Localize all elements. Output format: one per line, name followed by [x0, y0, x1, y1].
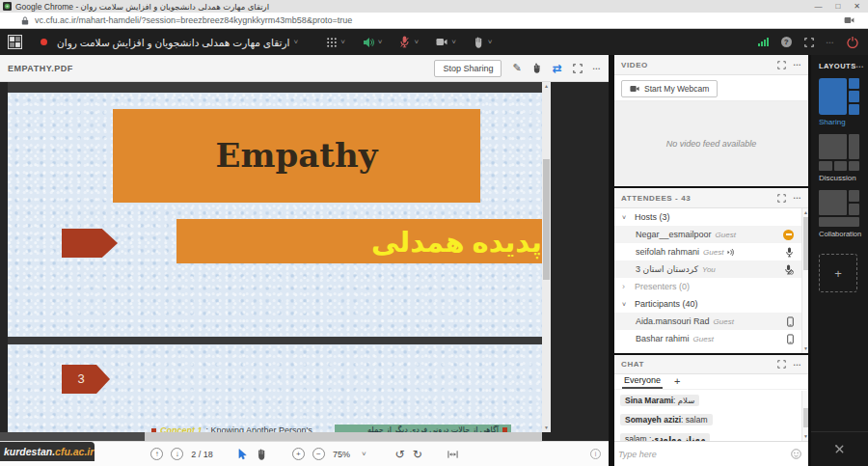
layout-discussion-thumbnail[interactable]: [819, 134, 859, 171]
layouts-menu-icon[interactable]: •••: [856, 64, 864, 69]
collapse-icon[interactable]: ˅: [622, 301, 629, 308]
camera-permission-icon[interactable]: [844, 16, 854, 24]
attendees-scrollbar[interactable]: ▲ ▼: [801, 208, 808, 353]
group-label: Participants (40): [635, 299, 698, 309]
tools-icon[interactable]: [833, 443, 846, 455]
start-webcam-button[interactable]: Start My Webcam: [621, 80, 718, 97]
group-label: Presenters (0): [635, 282, 690, 291]
exit-meeting-button[interactable]: [847, 37, 858, 48]
add-chat-tab-button[interactable]: +: [674, 376, 680, 389]
horizontal-scroll-thumb[interactable]: [0, 432, 145, 441]
speaker-chevron-icon[interactable]: ˅: [378, 39, 383, 46]
microphone-chevron-icon[interactable]: ˅: [414, 39, 419, 46]
chat-scroll-thumb[interactable]: [803, 408, 808, 427]
video-pod-menu-icon[interactable]: •••: [794, 62, 801, 68]
layouts-panel: LAYOUTS ••• Sharing Discussion Collabora…: [811, 55, 868, 466]
layout-discussion-label[interactable]: Discussion: [819, 174, 868, 182]
address-input[interactable]: vc.cfu.ac.ir/mahart-hamdeli/?session=bre…: [35, 15, 352, 25]
scroll-down-icon[interactable]: ▼: [802, 344, 809, 353]
microphone-muted-icon[interactable]: [784, 264, 794, 275]
chat-pod-menu-icon[interactable]: •••: [794, 362, 801, 368]
share-fullscreen-icon[interactable]: [573, 64, 583, 73]
scroll-up-icon[interactable]: ▲: [542, 82, 551, 91]
collapse-icon[interactable]: ˅: [622, 214, 629, 221]
attendee-row[interactable]: Bashar rahimi Guest: [614, 330, 801, 347]
draw-icon[interactable]: ✎: [512, 62, 521, 74]
chat-scrollbar[interactable]: ▼: [801, 391, 808, 441]
attendee-tag: Guest: [693, 335, 714, 343]
microphone-muted-button[interactable]: [399, 36, 410, 48]
rotate-left-button[interactable]: ↺: [395, 449, 405, 460]
window-title: ارتقای مهارت همدلی دانشجویان و افزایش سل…: [15, 2, 269, 12]
attendees-scroll-thumb[interactable]: [803, 217, 808, 270]
zoom-level[interactable]: 75%: [333, 450, 350, 459]
connect-app-icon[interactable]: [8, 35, 22, 49]
close-button[interactable]: ✕: [854, 2, 860, 11]
fit-width-button[interactable]: [448, 450, 458, 459]
minimize-button[interactable]: —: [814, 2, 822, 11]
fullscreen-button[interactable]: [804, 38, 814, 47]
document-viewport[interactable]: Empathy پدیده همدلی 3 Concept 1 : Knowin…: [0, 82, 609, 441]
attendee-row-self[interactable]: کردستان استان 3 You: [614, 260, 801, 278]
stop-sharing-button[interactable]: Stop Sharing: [434, 60, 502, 77]
connection-status-icon[interactable]: [758, 38, 769, 46]
tab-everyone[interactable]: Everyone: [622, 375, 663, 389]
browser-title-bar: ارتقای مهارت همدلی دانشجویان و افزایش سل…: [0, 0, 868, 13]
attendee-row[interactable]: Aida.mansouri Rad Guest: [614, 313, 801, 330]
layouts-title: LAYOUTS: [819, 62, 856, 70]
select-tool-button[interactable]: [238, 449, 249, 460]
layout-collaboration-label[interactable]: Collaboration: [819, 230, 868, 238]
group-presenters[interactable]: › Presenters (0): [614, 278, 801, 295]
lock-icon: [21, 15, 29, 26]
next-page-button[interactable]: ↓: [171, 448, 183, 460]
chat-pod-header: CHAT •••: [614, 355, 808, 374]
slide-number-arrow: 3: [62, 365, 110, 394]
layout-sharing-label[interactable]: Sharing: [819, 118, 868, 126]
help-button[interactable]: ?: [781, 37, 792, 47]
toolbar-overflow-button[interactable]: •••: [827, 40, 834, 45]
attendees-pod-menu-icon[interactable]: •••: [794, 195, 801, 201]
webcam-chevron-icon[interactable]: ˅: [451, 39, 456, 46]
webcam-button[interactable]: [436, 38, 448, 46]
horizontal-scrollbar[interactable]: [0, 432, 542, 441]
attendee-name: Negar__esmailpoor: [636, 230, 712, 239]
url-bar: vc.cfu.ac.ir/mahart-hamdeli/?session=bre…: [0, 13, 868, 29]
layout-sharing-thumbnail[interactable]: [819, 78, 859, 115]
info-icon[interactable]: i: [590, 449, 601, 459]
rotate-right-button[interactable]: ↻: [413, 449, 422, 460]
maximize-button[interactable]: □: [835, 2, 840, 11]
attendee-row[interactable]: Negar__esmailpoor Guest: [614, 226, 801, 243]
microphone-icon[interactable]: [785, 247, 794, 258]
group-hosts[interactable]: ˅ Hosts (3): [614, 208, 801, 226]
chat-input[interactable]: [618, 446, 773, 463]
previous-page-button[interactable]: ↑: [150, 448, 163, 460]
raise-hand-button[interactable]: [474, 37, 484, 48]
expand-icon[interactable]: ›: [622, 282, 629, 291]
pan-tool-button[interactable]: [257, 449, 267, 460]
zoom-in-button[interactable]: +: [292, 448, 305, 460]
pointer-icon[interactable]: [532, 63, 542, 73]
layout-collaboration-thumbnail[interactable]: [819, 190, 859, 227]
vertical-scroll-thumb[interactable]: [543, 159, 550, 280]
zoom-out-button[interactable]: −: [312, 448, 325, 460]
emoticon-icon[interactable]: [791, 449, 801, 459]
video-fullscreen-icon[interactable]: [777, 61, 786, 69]
apps-chevron-icon[interactable]: ˅: [340, 39, 345, 46]
raise-hand-chevron-icon[interactable]: ˅: [488, 39, 493, 46]
vertical-scrollbar[interactable]: ▲ ▼: [542, 82, 551, 432]
scroll-down-icon[interactable]: ▼: [542, 424, 551, 432]
chat-fullscreen-icon[interactable]: [777, 360, 786, 369]
attendees-fullscreen-icon[interactable]: [777, 194, 786, 203]
meeting-menu-chevron-icon[interactable]: ˅: [293, 39, 298, 46]
apps-grid-button[interactable]: [327, 38, 337, 47]
sync-icon[interactable]: ⇄: [553, 62, 562, 75]
group-participants[interactable]: ˅ Participants (40): [614, 295, 801, 313]
slide-farsi-box: آگاهی از حالات درونی فردی دیگر از جمله: [335, 425, 511, 432]
scroll-down-icon[interactable]: ▼: [802, 432, 809, 441]
add-layout-button[interactable]: +: [819, 254, 857, 292]
zoom-chevron-icon[interactable]: ˅: [362, 451, 366, 458]
attendee-row[interactable]: seifolah rahmani Guest: [614, 243, 801, 260]
scroll-up-icon[interactable]: ▲: [802, 208, 809, 217]
speaker-button[interactable]: [363, 37, 374, 48]
share-pod-menu-icon[interactable]: •••: [593, 66, 601, 71]
